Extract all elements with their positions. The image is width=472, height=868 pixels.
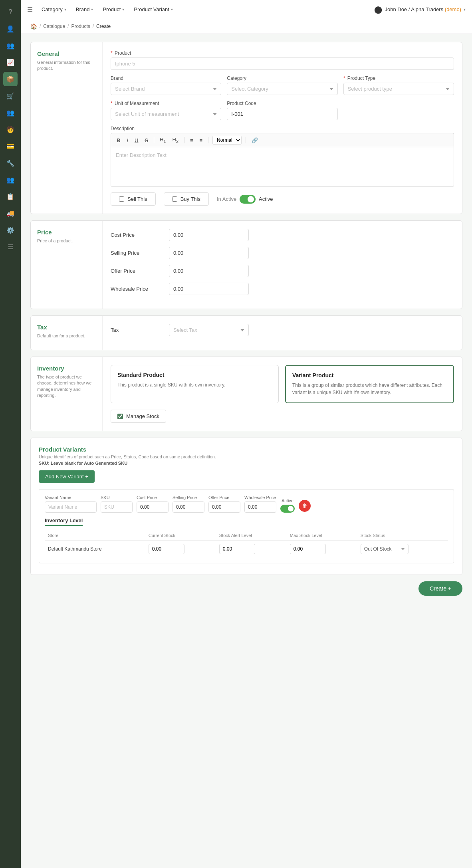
price-section: Price Price of a product. Cost Price Sel… [30, 220, 462, 309]
format-select[interactable]: Normal [212, 136, 242, 145]
standard-product-card[interactable]: Standard Product This product is a singl… [111, 365, 279, 403]
offer-price-input[interactable] [169, 265, 249, 277]
main-wrap: ☰ Category ▾ Brand ▾ Product ▾ Product V… [21, 0, 472, 868]
product-name-input[interactable] [111, 57, 454, 70]
current-stock-input[interactable] [149, 544, 184, 554]
user-info[interactable]: ⬤ John Doe / Alpha Traders (demo) ▾ [374, 5, 466, 14]
tax-desc: Default tax for a product. [37, 333, 96, 339]
sidebar-icon-chart[interactable]: 📈 [3, 55, 18, 69]
inventory-level-tab[interactable]: Inventory Level [45, 517, 83, 526]
wholesale-price-input[interactable] [169, 283, 249, 295]
variant-wholesale-col: Wholesale Price [244, 495, 276, 513]
link-button[interactable]: 🔗 [250, 137, 260, 144]
description-label: Description [111, 126, 454, 131]
sidebar-icon-tools[interactable]: 🔧 [3, 156, 18, 170]
manage-stock-row[interactable]: Manage Stock [111, 410, 166, 423]
sidebar-icon-team[interactable]: 👥 [3, 105, 18, 120]
underline-button[interactable]: U [133, 137, 140, 144]
general-body: * Product Brand Select Brand [103, 42, 462, 214]
sidebar-icon-products[interactable]: 📦 [3, 72, 18, 86]
list-bullet-button[interactable]: ≡ [188, 137, 195, 144]
nav-product[interactable]: Product ▾ [99, 4, 128, 15]
product-type-select[interactable]: Select product type [343, 83, 454, 95]
add-variant-button[interactable]: Add New Variant + [39, 470, 95, 483]
variant-wholesale-input[interactable] [244, 501, 276, 513]
sidebar-icon-cart[interactable]: 🛒 [3, 89, 18, 103]
breadcrumb-products[interactable]: Products [71, 24, 90, 29]
variant-name-col-label: Variant Name [45, 495, 97, 500]
home-icon[interactable]: 🏠 [30, 23, 37, 30]
tax-select[interactable]: Select Tax [169, 324, 249, 336]
sidebar-icon-billing[interactable]: 💳 [3, 139, 18, 153]
buy-this-checkbox-label[interactable]: Buy This [164, 192, 209, 206]
buy-this-label: Buy This [180, 196, 200, 202]
sell-this-label: Sell This [127, 196, 147, 202]
inventory-body: Standard Product This product is a singl… [103, 357, 462, 431]
cost-price-row: Cost Price [111, 229, 454, 241]
sidebar-icon-user[interactable]: 👤 [3, 22, 18, 36]
cost-price-input[interactable] [169, 229, 249, 241]
nav-product-variant[interactable]: Product Variant ▾ [130, 4, 177, 15]
sell-this-checkbox[interactable] [119, 196, 124, 202]
sidebar-icon-users[interactable]: 👥 [3, 38, 18, 53]
description-area[interactable]: Enter Description Text [111, 147, 454, 187]
inventory-title: Inventory [37, 365, 96, 372]
inventory-level-section: Inventory Level Store Current Stock Stoc… [45, 517, 448, 557]
stock-status-select[interactable]: Out Of Stock In Stock [361, 544, 409, 554]
strikethrough-button[interactable]: S [143, 137, 150, 144]
sidebar-icon-list[interactable]: 📋 [3, 189, 18, 204]
brand-label: Brand [111, 75, 221, 81]
variant-product-card[interactable]: Variant Product This is a group of simil… [285, 365, 454, 403]
category-label: Category [227, 75, 337, 81]
hamburger-icon[interactable]: ☰ [27, 6, 33, 13]
category-select[interactable]: Select Category [227, 83, 337, 95]
nav-category[interactable]: Category ▾ [38, 4, 70, 15]
list-ordered-button[interactable]: ≡ [198, 137, 204, 144]
github-icon: ⬤ [374, 5, 382, 14]
variant-name-input[interactable] [45, 501, 97, 513]
sidebar-icon-help[interactable]: ? [3, 5, 18, 19]
manage-stock-checkbox[interactable] [117, 414, 123, 419]
max-level-col-header: Max Stock Level [287, 531, 357, 541]
user-org-label: Alpha Traders [411, 6, 443, 12]
sell-this-checkbox-label[interactable]: Sell This [111, 192, 156, 206]
max-level-input[interactable] [290, 544, 326, 554]
max-level-cell [287, 541, 357, 558]
h2-button[interactable]: H2 [171, 136, 180, 145]
alert-level-col-header: Stock Alert Level [216, 531, 287, 541]
variant-selling-input[interactable] [173, 501, 204, 513]
h1-button[interactable]: H1 [158, 136, 167, 145]
inventory-section-sidebar: Inventory The type of product we choose,… [31, 357, 103, 431]
variant-inputs-row: Variant Name SKU Cost Price Selling [45, 495, 448, 513]
variant-cost-col: Cost Price [137, 495, 169, 513]
variant-sku-input[interactable] [101, 501, 133, 513]
nav-brand[interactable]: Brand ▾ [72, 4, 97, 15]
sidebar-icon-delivery[interactable]: 🚚 [3, 206, 18, 220]
inventory-table-head: Store Current Stock Stock Alert Level Ma… [45, 531, 448, 541]
variant-cost-input[interactable] [137, 501, 169, 513]
sidebar-icon-settings[interactable]: ⚙️ [3, 223, 18, 237]
toolbar-sep4 [246, 137, 246, 143]
variant-sku-col-label: SKU [101, 495, 133, 500]
brand-select[interactable]: Select Brand [111, 83, 221, 95]
variant-card-title: Variant Product [292, 372, 447, 379]
selling-price-input[interactable] [169, 247, 249, 259]
sidebar-icon-menu[interactable]: ☰ [3, 240, 18, 254]
alert-level-input[interactable] [219, 544, 255, 554]
buy-this-checkbox[interactable] [172, 196, 177, 202]
sidebar-icon-group[interactable]: 👥 [3, 172, 18, 187]
product-code-input[interactable] [227, 108, 337, 120]
nav-product-variant-label: Product Variant [134, 6, 169, 12]
sell-buy-row: Sell This Buy This In Active [111, 192, 454, 206]
topnav: ☰ Category ▾ Brand ▾ Product ▾ Product V… [21, 0, 472, 19]
variant-delete-button[interactable]: 🗑 [299, 500, 311, 512]
create-button[interactable]: Create + [418, 581, 462, 596]
italic-button[interactable]: I [125, 137, 130, 144]
sidebar-icon-person[interactable]: 🧑 [3, 122, 18, 137]
breadcrumb-catalogue[interactable]: Catalogue [43, 24, 65, 29]
active-toggle[interactable] [240, 195, 256, 204]
variant-active-toggle[interactable] [280, 505, 295, 513]
variant-offer-input[interactable] [208, 501, 240, 513]
bold-button[interactable]: B [115, 137, 122, 144]
unit-select[interactable]: Select Unit of measurement [111, 108, 221, 120]
